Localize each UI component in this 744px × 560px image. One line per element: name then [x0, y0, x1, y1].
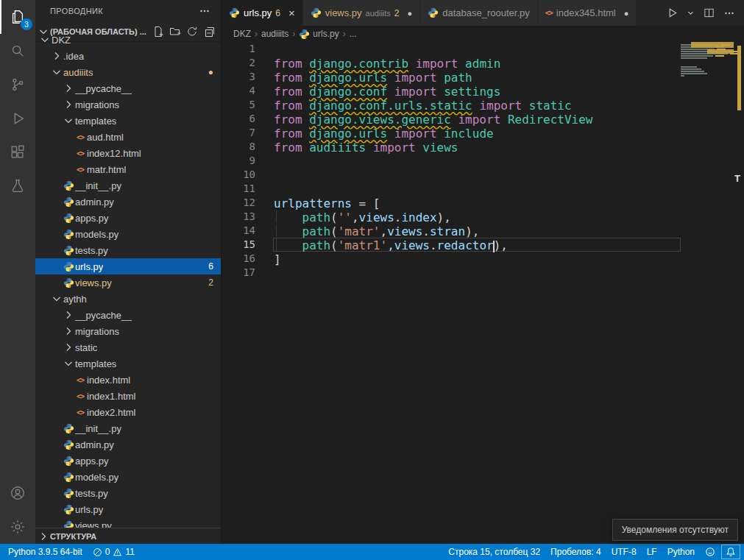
code-line[interactable]: 12urlpatterns = [ — [222, 196, 744, 210]
tree-item-aud.html[interactable]: <>aud.html — [35, 129, 221, 145]
tree-item-.idea[interactable]: .idea — [35, 48, 221, 64]
problems-status[interactable]: 011 — [88, 544, 140, 560]
python-icon — [62, 229, 75, 240]
line-number[interactable]: 13 — [222, 210, 255, 224]
encoding-status[interactable]: UTF-8 — [606, 544, 642, 560]
activity-item-run-and-debug[interactable] — [0, 102, 35, 135]
code-line[interactable]: 10 — [222, 168, 744, 182]
line-number[interactable]: 17 — [222, 266, 255, 280]
breadcrumb-item-DKZ[interactable]: DKZ — [233, 29, 251, 39]
run-dropdown[interactable] — [687, 9, 695, 17]
line-number[interactable]: 15 — [222, 238, 255, 252]
code-line[interactable]: 17 — [222, 266, 744, 280]
tree-item-__init__.py[interactable]: __init__.py — [35, 420, 221, 436]
tree-item-aythh[interactable]: aythh — [35, 291, 221, 307]
tab-index345.html[interactable]: <>index345.html● — [538, 0, 637, 26]
tree-item-matr.html[interactable]: <>matr.html — [35, 161, 221, 177]
minimap[interactable] — [681, 42, 734, 544]
tree-item-admin.py[interactable]: admin.py — [35, 194, 221, 210]
code-line[interactable]: 9 — [222, 154, 744, 168]
tree-item-__pycache__[interactable]: __pycache__ — [35, 307, 221, 323]
tree-item-migrations[interactable]: migrations — [35, 96, 221, 113]
activity-item-explorer[interactable]: 3 — [0, 0, 35, 34]
activity-item-search[interactable] — [0, 34, 35, 68]
explorer-more-actions-button[interactable] — [199, 5, 210, 17]
activity-item-manage[interactable] — [0, 510, 35, 544]
tree-item-index1.html[interactable]: <>index1.html — [35, 388, 221, 404]
tree-item-apps.py[interactable]: apps.py — [35, 210, 221, 226]
breadcrumb-item-audiiits[interactable]: audiiits — [261, 29, 288, 39]
tree-item-index.html[interactable]: <>index.html — [35, 372, 221, 388]
line-number[interactable]: 6 — [222, 112, 255, 126]
line-number[interactable]: 14 — [222, 224, 255, 238]
eol-status[interactable]: LF — [642, 544, 662, 560]
tree-item-tests.py[interactable]: tests.py — [35, 242, 221, 258]
code-line[interactable]: 11 — [222, 182, 744, 196]
tree-item-urls.py[interactable]: urls.py6 — [35, 258, 221, 274]
line-number[interactable]: 7 — [222, 126, 255, 140]
activity-item-source-control[interactable] — [0, 68, 35, 102]
breadcrumb-item-urls.py[interactable]: urls.py — [299, 29, 339, 40]
language-mode-status[interactable]: Python — [662, 544, 700, 560]
more-actions-button[interactable] — [723, 7, 735, 19]
line-number[interactable]: 8 — [222, 140, 255, 154]
activity-item-testing[interactable] — [0, 169, 35, 203]
code-line[interactable]: 8from audiiits import views — [222, 140, 744, 154]
tree-item-migrations[interactable]: migrations — [35, 323, 221, 339]
notifications-bell-button[interactable] — [720, 544, 741, 560]
split-editor-button[interactable] — [704, 7, 715, 18]
line-number[interactable]: 2 — [222, 56, 255, 70]
tree-item-templates[interactable]: templates — [35, 113, 221, 129]
code-line[interactable]: 4from django.conf import settings — [222, 84, 744, 98]
tab-urls.py[interactable]: urls.py6× — [222, 0, 303, 26]
tab-views.py[interactable]: views.pyaudiiits2● — [303, 0, 420, 26]
code-line[interactable]: 6from django.views.generic import Redire… — [222, 112, 744, 126]
tree-item-models.py[interactable]: models.py — [35, 469, 221, 485]
tree-item-static[interactable]: static — [35, 339, 221, 355]
line-number[interactable]: 5 — [222, 98, 255, 112]
breadcrumb-item-...[interactable]: ... — [350, 29, 357, 39]
line-number[interactable]: 11 — [222, 182, 255, 196]
close-tab-button[interactable]: × — [288, 7, 295, 19]
code-line[interactable]: 2from django.contrib import admin — [222, 56, 744, 70]
tree-item-tests.py[interactable]: tests.py — [35, 485, 221, 501]
tree-item-__init__.py[interactable]: __init__.py — [35, 177, 221, 194]
line-number[interactable]: 9 — [222, 154, 255, 168]
scrollbar[interactable]: T — [734, 42, 744, 544]
code-line[interactable]: 15 path('matr1',views.redactor), — [222, 238, 744, 252]
tab-database_roouter.py[interactable]: database_roouter.py — [420, 0, 538, 26]
tree-item-__pycache__[interactable]: __pycache__ — [35, 80, 221, 96]
run-button[interactable] — [667, 7, 678, 18]
activity-item-accounts[interactable] — [0, 476, 35, 510]
tree-item-templates[interactable]: templates — [35, 355, 221, 372]
tree-item-apps.py[interactable]: apps.py — [35, 453, 221, 469]
code-line[interactable]: 5from django.conf.urls.static import sta… — [222, 98, 744, 112]
tree-item-urls.py[interactable]: urls.py — [35, 501, 221, 517]
tree-item-DKZ[interactable]: DKZ — [35, 32, 221, 48]
tree-item-audiiits[interactable]: audiiits● — [35, 64, 221, 80]
code-line[interactable]: 1 — [222, 42, 744, 56]
code-line[interactable]: 14 path('matr',views.stran), — [222, 224, 744, 238]
line-number[interactable]: 3 — [222, 70, 255, 84]
activity-item-extensions[interactable] — [0, 135, 35, 169]
cursor-position-status[interactable]: Строка 15, столбец 32 — [443, 544, 545, 560]
line-number[interactable]: 1 — [222, 42, 255, 56]
tree-item-index2.html[interactable]: <>index2.html — [35, 404, 221, 420]
code-line[interactable]: 13 path('',views.index), — [222, 210, 744, 224]
code-line[interactable]: 7from django.urls import include — [222, 126, 744, 140]
code-line[interactable]: 16] — [222, 252, 744, 266]
python-interpreter[interactable]: Python 3.9.5 64-bit — [3, 544, 88, 560]
tree-item-models.py[interactable]: models.py — [35, 226, 221, 242]
tree-item-admin.py[interactable]: admin.py — [35, 436, 221, 453]
line-number[interactable]: 16 — [222, 252, 255, 266]
outline-section-header[interactable]: СТРУКТУРА — [35, 528, 221, 544]
tree-item-index12.html[interactable]: <>index12.html — [35, 145, 221, 161]
line-number[interactable]: 10 — [222, 168, 255, 182]
line-number[interactable]: 4 — [222, 84, 255, 98]
indentation-status[interactable]: Пробелов: 4 — [545, 544, 606, 560]
feedback-button[interactable] — [700, 544, 720, 560]
line-number[interactable]: 12 — [222, 196, 255, 210]
tree-item-views.py[interactable]: views.py2 — [35, 274, 221, 291]
code-line[interactable]: 3from django.urls import path — [222, 70, 744, 84]
code-editor[interactable]: 12from django.contrib import admin3from … — [222, 42, 744, 544]
